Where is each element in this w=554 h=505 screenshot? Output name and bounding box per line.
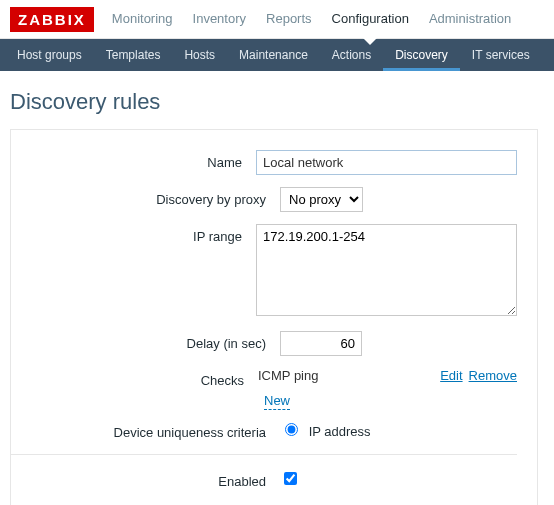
unique-radio-label: IP address <box>309 424 371 439</box>
proxy-select[interactable]: No proxy <box>280 187 363 212</box>
sub-nav: Host groups Templates Hosts Maintenance … <box>0 39 554 71</box>
check-name: ICMP ping <box>258 368 434 383</box>
unique-radio-wrapper[interactable]: IP address <box>280 424 371 439</box>
label-name: Name <box>11 150 256 175</box>
nav-monitoring[interactable]: Monitoring <box>102 0 183 38</box>
logo: ZABBIX <box>10 7 94 32</box>
nav-administration[interactable]: Administration <box>419 0 521 38</box>
separator <box>11 454 517 455</box>
label-unique: Device uniqueness criteria <box>11 420 280 440</box>
subnav-hostgroups[interactable]: Host groups <box>5 39 94 71</box>
subnav-maintenance[interactable]: Maintenance <box>227 39 320 71</box>
label-delay: Delay (in sec) <box>11 331 280 356</box>
check-row: ICMP ping Edit Remove <box>258 368 517 383</box>
subnav-itservices[interactable]: IT services <box>460 39 542 71</box>
iprange-textarea[interactable]: 172.19.200.1-254 <box>256 224 517 316</box>
delay-input[interactable] <box>280 331 362 356</box>
page-body: Discovery rules Name Discovery by proxy … <box>0 71 554 505</box>
check-remove-link[interactable]: Remove <box>469 368 517 383</box>
subnav-hosts[interactable]: Hosts <box>172 39 227 71</box>
checks-box: ICMP ping Edit Remove New <box>258 368 517 408</box>
label-checks: Checks <box>11 368 258 408</box>
enabled-checkbox[interactable] <box>284 472 297 485</box>
check-edit-link[interactable]: Edit <box>440 368 462 383</box>
top-nav: ZABBIX Monitoring Inventory Reports Conf… <box>0 0 554 39</box>
label-iprange: IP range <box>11 224 256 319</box>
name-input[interactable] <box>256 150 517 175</box>
page-title: Discovery rules <box>10 89 538 115</box>
nav-configuration[interactable]: Configuration <box>322 0 419 38</box>
unique-radio-ip[interactable] <box>285 423 298 436</box>
subnav-templates[interactable]: Templates <box>94 39 173 71</box>
label-proxy: Discovery by proxy <box>11 187 280 212</box>
label-enabled: Enabled <box>11 469 280 489</box>
discovery-form: Name Discovery by proxy No proxy IP rang… <box>10 129 538 505</box>
nav-inventory[interactable]: Inventory <box>183 0 256 38</box>
check-new-link[interactable]: New <box>264 393 290 410</box>
subnav-discovery[interactable]: Discovery <box>383 39 460 71</box>
nav-reports[interactable]: Reports <box>256 0 322 38</box>
